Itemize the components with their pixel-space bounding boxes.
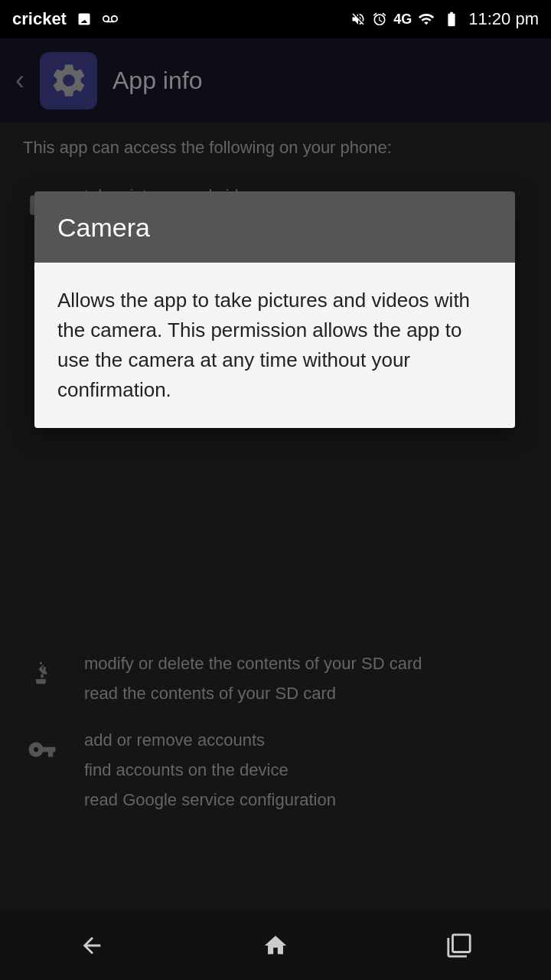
- time-text: 11:20 pm: [468, 9, 539, 29]
- voicemail-icon: [102, 11, 119, 27]
- dialog-message: Allows the app to take pictures and vide…: [57, 286, 492, 405]
- dialog-title: Camera: [57, 213, 150, 242]
- recents-nav-icon: [442, 933, 477, 959]
- nav-bar: [0, 911, 551, 980]
- dialog-body: Allows the app to take pictures and vide…: [34, 263, 515, 428]
- home-nav-button[interactable]: [245, 923, 306, 969]
- muted-icon: [350, 11, 366, 28]
- camera-permission-dialog: Camera Allows the app to take pictures a…: [34, 191, 515, 428]
- status-bar-right: 4G 11:20 pm: [350, 9, 539, 29]
- signal-icon: [418, 11, 435, 28]
- status-bar: cricket 4G 11:20 pm: [0, 0, 551, 38]
- 4g-icon: 4G: [393, 11, 412, 28]
- dialog-overlay: [0, 0, 551, 980]
- recents-nav-button[interactable]: [429, 923, 490, 969]
- alarm-icon: [372, 11, 387, 28]
- status-bar-left: cricket: [12, 9, 119, 29]
- image-icon: [76, 11, 93, 27]
- battery-icon: [441, 11, 462, 28]
- back-nav-button[interactable]: [61, 923, 122, 969]
- home-nav-icon: [258, 933, 293, 959]
- carrier-text: cricket: [12, 9, 67, 29]
- dialog-title-bar: Camera: [34, 191, 515, 263]
- back-nav-icon: [73, 933, 111, 959]
